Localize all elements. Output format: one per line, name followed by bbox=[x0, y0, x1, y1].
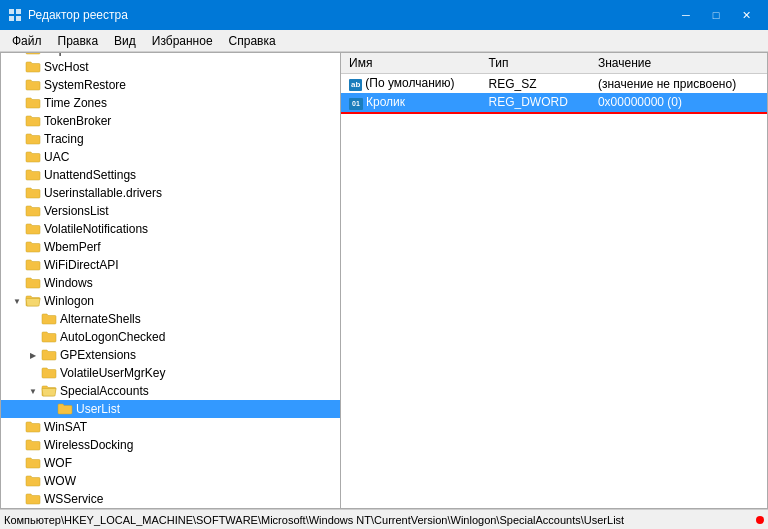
tree-label-alternateshells: AlternateShells bbox=[60, 312, 141, 326]
tree-item-wsservice[interactable]: WSService bbox=[1, 490, 340, 508]
tree-toggle-userlist bbox=[41, 401, 57, 417]
tree-item-specialaccounts[interactable]: ▼ SpecialAccounts bbox=[1, 382, 340, 400]
tree-label-superfetch: Superfetch bbox=[44, 53, 102, 56]
folder-icon-wsservice bbox=[25, 492, 41, 506]
svg-rect-0 bbox=[9, 9, 14, 14]
tree-toggle-superfetch bbox=[9, 53, 25, 57]
tree-item-wifidirectapi[interactable]: WiFiDirectAPI bbox=[1, 256, 340, 274]
table-row[interactable]: ab(По умолчанию)REG_SZ(значение не присв… bbox=[341, 74, 767, 94]
tree-item-autologonchecked[interactable]: AutoLogonChecked bbox=[1, 328, 340, 346]
tree-item-userinstallable[interactable]: Userinstallable.drivers bbox=[1, 184, 340, 202]
folder-icon-svchost bbox=[25, 60, 41, 74]
tree-label-wirelessdocking: WirelessDocking bbox=[44, 438, 133, 452]
folder-icon-specialaccounts bbox=[41, 384, 57, 398]
tree-label-specialaccounts: SpecialAccounts bbox=[60, 384, 149, 398]
tree-label-gpextensions: GPExtensions bbox=[60, 348, 136, 362]
tree-label-wifidirectapi: WiFiDirectAPI bbox=[44, 258, 119, 272]
ab-icon: ab bbox=[349, 79, 362, 91]
folder-icon-wof bbox=[25, 456, 41, 470]
registry-values: Имя Тип Значение ab(По умолчанию)REG_SZ(… bbox=[341, 53, 767, 508]
tree-toggle-wirelessdocking bbox=[9, 437, 25, 453]
svg-rect-1 bbox=[16, 9, 21, 14]
tree-label-wof: WOF bbox=[44, 456, 72, 470]
table-row[interactable]: 01КроликREG_DWORD0x00000000 (0) bbox=[341, 93, 767, 112]
folder-icon-unattendsettings bbox=[25, 168, 41, 182]
folder-icon-wbemperf bbox=[25, 240, 41, 254]
tree-label-autologonchecked: AutoLogonChecked bbox=[60, 330, 165, 344]
minimize-button[interactable]: ─ bbox=[672, 4, 700, 26]
tree-label-svchost: SvcHost bbox=[44, 60, 89, 74]
col-name: Имя bbox=[341, 53, 480, 74]
tree-toggle-systemrestore bbox=[9, 77, 25, 93]
tree-toggle-windows bbox=[9, 275, 25, 291]
folder-icon-autologonchecked bbox=[41, 330, 57, 344]
tree-item-tracing[interactable]: Tracing bbox=[1, 130, 340, 148]
tree-item-winlogon[interactable]: ▼ Winlogon bbox=[1, 292, 340, 310]
folder-icon-uac bbox=[25, 150, 41, 164]
tree-toggle-gpextensions[interactable]: ▶ bbox=[25, 347, 41, 363]
tree-item-wow[interactable]: WOW bbox=[1, 472, 340, 490]
tree-item-wof[interactable]: WOF bbox=[1, 454, 340, 472]
menu-item-файл[interactable]: Файл bbox=[4, 32, 50, 50]
maximize-button[interactable]: □ bbox=[702, 4, 730, 26]
tree-item-windows[interactable]: Windows bbox=[1, 274, 340, 292]
tree-item-volatilenotifications[interactable]: VolatileNotifications bbox=[1, 220, 340, 238]
tree-label-versionslist: VersionsList bbox=[44, 204, 109, 218]
tree-item-alternateshells[interactable]: AlternateShells bbox=[1, 310, 340, 328]
folder-icon-volatilenotifications bbox=[25, 222, 41, 236]
tree-item-wbemperf[interactable]: WbemPerf bbox=[1, 238, 340, 256]
registry-tree[interactable]: ▶ SPP▶ SRUM Superfetch SvcHost SystemRes… bbox=[1, 53, 341, 508]
menu-bar: ФайлПравкаВидИзбранноеСправка bbox=[0, 30, 768, 52]
col-type: Тип bbox=[480, 53, 589, 74]
tree-toggle-winsat bbox=[9, 419, 25, 435]
cell-type-krolik: REG_DWORD bbox=[480, 93, 589, 112]
menu-item-избранное[interactable]: Избранное bbox=[144, 32, 221, 50]
folder-icon-superfetch bbox=[25, 53, 41, 56]
tree-item-versionslist[interactable]: VersionsList bbox=[1, 202, 340, 220]
tree-toggle-userinstallable bbox=[9, 185, 25, 201]
tree-item-systemrestore[interactable]: SystemRestore bbox=[1, 76, 340, 94]
folder-icon-userinstallable bbox=[25, 186, 41, 200]
tree-toggle-specialaccounts[interactable]: ▼ bbox=[25, 383, 41, 399]
menu-item-справка[interactable]: Справка bbox=[221, 32, 284, 50]
tree-item-tokenbroker[interactable]: TokenBroker bbox=[1, 112, 340, 130]
tree-label-volatileusermgrkey: VolatileUserMgrKey bbox=[60, 366, 165, 380]
folder-icon-winlogon bbox=[25, 294, 41, 308]
tree-item-unattendsettings[interactable]: UnattendSettings bbox=[1, 166, 340, 184]
tree-item-gpextensions[interactable]: ▶ GPExtensions bbox=[1, 346, 340, 364]
cell-value-krolik: 0x00000000 (0) bbox=[590, 93, 767, 112]
folder-icon-tracing bbox=[25, 132, 41, 146]
tree-item-uac[interactable]: UAC bbox=[1, 148, 340, 166]
tree-item-svchost[interactable]: SvcHost bbox=[1, 58, 340, 76]
folder-icon-wow bbox=[25, 474, 41, 488]
col-value: Значение bbox=[590, 53, 767, 74]
menu-item-правка[interactable]: Правка bbox=[50, 32, 107, 50]
tree-toggle-alternateshells bbox=[25, 311, 41, 327]
tree-label-unattendsettings: UnattendSettings bbox=[44, 168, 136, 182]
tree-label-winsat: WinSAT bbox=[44, 420, 87, 434]
tree-item-volatileusermgrkey[interactable]: VolatileUserMgrKey bbox=[1, 364, 340, 382]
folder-icon-userlist bbox=[57, 402, 73, 416]
tree-item-timezones[interactable]: Time Zones bbox=[1, 94, 340, 112]
folder-icon-systemrestore bbox=[25, 78, 41, 92]
menu-item-вид[interactable]: Вид bbox=[106, 32, 144, 50]
folder-icon-winsat bbox=[25, 420, 41, 434]
tree-item-userlist[interactable]: UserList bbox=[1, 400, 340, 418]
status-bar: Компьютер\HKEY_LOCAL_MACHINE\SOFTWARE\Mi… bbox=[0, 509, 768, 529]
window-title: Редактор реестра bbox=[28, 8, 128, 22]
main-content: ▶ SPP▶ SRUM Superfetch SvcHost SystemRes… bbox=[0, 52, 768, 509]
folder-icon-alternateshells bbox=[41, 312, 57, 326]
tree-toggle-volatileusermgrkey bbox=[25, 365, 41, 381]
tree-item-winsat[interactable]: WinSAT bbox=[1, 418, 340, 436]
svg-rect-2 bbox=[9, 16, 14, 21]
tree-toggle-wbemperf bbox=[9, 239, 25, 255]
close-button[interactable]: ✕ bbox=[732, 4, 760, 26]
tree-toggle-winlogon[interactable]: ▼ bbox=[9, 293, 25, 309]
folder-icon-windows bbox=[25, 276, 41, 290]
tree-label-volatilenotifications: VolatileNotifications bbox=[44, 222, 148, 236]
tree-label-windows: Windows bbox=[44, 276, 93, 290]
cell-value-default: (значение не присвоено) bbox=[590, 74, 767, 94]
tree-item-wirelessdocking[interactable]: WirelessDocking bbox=[1, 436, 340, 454]
tree-toggle-wsservice bbox=[9, 491, 25, 507]
tree-label-uac: UAC bbox=[44, 150, 69, 164]
